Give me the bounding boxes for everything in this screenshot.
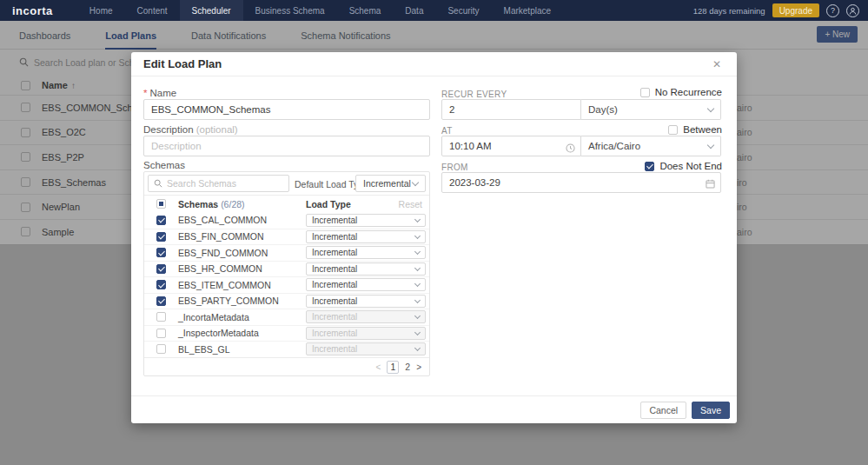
incorta-logo: incorta: [12, 4, 53, 17]
name-field-label: *Name: [143, 88, 176, 98]
schema-checkbox[interactable]: [156, 280, 166, 289]
schema-checkbox[interactable]: [156, 296, 166, 306]
schema-checkbox[interactable]: [156, 312, 166, 322]
schema-load-type-select[interactable]: Incremental: [306, 262, 426, 276]
timezone-select[interactable]: Africa/Cairo: [581, 136, 721, 156]
pagination-prev-icon[interactable]: <: [375, 362, 381, 372]
modal-footer: Cancel Save: [131, 395, 737, 423]
time-input[interactable]: [441, 136, 581, 156]
chevron-down-icon: [412, 178, 419, 185]
pagination-next-icon[interactable]: >: [416, 362, 421, 372]
pagination-page-1[interactable]: 1: [387, 361, 399, 374]
select-all-schemas-checkbox[interactable]: [156, 199, 166, 209]
topnav-item-content[interactable]: Content: [125, 0, 180, 21]
no-recurrence-checkbox[interactable]: [640, 88, 650, 97]
recur-every-group: Day(s): [441, 99, 721, 120]
edit-load-plan-modal: Edit Load Plan ✕ *Name Description (opti…: [131, 52, 737, 423]
schema-pagination: < 12 >: [144, 357, 429, 375]
schema-row: EBS_PARTY_COMMONIncremental: [144, 293, 429, 309]
description-input[interactable]: [143, 136, 430, 156]
schema-load-type-select[interactable]: Incremental: [306, 278, 426, 291]
schemas-section-label: Schemas: [143, 160, 185, 170]
topnav-item-data[interactable]: Data: [393, 0, 435, 21]
clock-icon: [566, 141, 575, 156]
schema-row: EBS_FND_COMMONIncremental: [144, 244, 429, 261]
chevron-down-icon: [414, 329, 421, 335]
schema-list-header: Schemas (6/28) Load Type Reset: [144, 196, 429, 212]
days-remaining-label: 128 days remaining: [693, 6, 765, 16]
schema-checkbox[interactable]: [156, 216, 166, 225]
does-not-end-label: Does Not End: [659, 161, 722, 171]
topnav-item-home[interactable]: Home: [77, 0, 125, 21]
schema-row: EBS_ITEM_COMMONIncremental: [144, 276, 429, 293]
schema-name: _IncortaMetadata: [178, 312, 249, 322]
topnav-right: 128 days remaining Upgrade ?: [693, 3, 868, 17]
between-checkbox[interactable]: [668, 125, 678, 135]
does-not-end-checkbox[interactable]: [645, 162, 654, 171]
schema-checkbox[interactable]: [156, 232, 166, 242]
from-date-input[interactable]: [441, 172, 721, 193]
schema-load-type-select[interactable]: Incremental: [306, 295, 426, 308]
schema-search-box: [148, 175, 289, 192]
no-recurrence-option[interactable]: No Recurrence: [640, 87, 722, 97]
schema-name: _InspectorMetadata: [178, 328, 259, 338]
recur-interval-input[interactable]: [441, 99, 581, 120]
pagination-page-2[interactable]: 2: [405, 362, 410, 372]
schema-row: EBS_HR_COMMONIncremental: [144, 261, 429, 277]
close-icon[interactable]: ✕: [709, 56, 725, 72]
does-not-end-option[interactable]: Does Not End: [645, 161, 722, 171]
topnav-item-security[interactable]: Security: [435, 0, 491, 21]
no-recurrence-label: No Recurrence: [655, 87, 722, 97]
at-label: AT: [441, 126, 453, 136]
help-icon[interactable]: ?: [826, 4, 839, 17]
schema-load-type-select[interactable]: Incremental: [306, 246, 426, 259]
default-load-type-select[interactable]: Incremental: [355, 175, 426, 192]
between-label: Between: [683, 124, 722, 135]
schema-load-type-select[interactable]: Incremental: [306, 327, 426, 340]
description-field-label: Description (optional): [143, 124, 238, 135]
schema-load-type-select[interactable]: Incremental: [306, 214, 426, 227]
schema-checkbox[interactable]: [156, 329, 166, 338]
search-icon: [154, 176, 162, 191]
upgrade-button[interactable]: Upgrade: [772, 3, 819, 17]
schema-row: _IncortaMetadataIncremental: [144, 309, 429, 325]
topnav-item-schema[interactable]: Schema: [337, 0, 394, 21]
schema-load-type-select[interactable]: Incremental: [306, 342, 426, 355]
topnav-item-scheduler[interactable]: Scheduler: [180, 0, 243, 21]
topnav-item-business-schema[interactable]: Business Schema: [243, 0, 337, 21]
save-button[interactable]: Save: [692, 402, 730, 419]
schemas-selected-count: (6/28): [221, 199, 244, 209]
name-input[interactable]: [143, 99, 430, 120]
chevron-down-icon: [414, 216, 421, 223]
chevron-down-icon: [414, 281, 421, 287]
topnav-items: HomeContentSchedulerBusiness SchemaSchem…: [77, 0, 563, 21]
topnav-item-marketplace[interactable]: Marketplace: [492, 0, 563, 21]
chevron-down-icon: [414, 313, 421, 319]
schema-checkbox[interactable]: [156, 344, 166, 354]
user-avatar-icon[interactable]: [846, 4, 859, 17]
schema-name: EBS_PARTY_COMMON: [178, 296, 279, 306]
optional-hint: (optional): [196, 124, 238, 135]
schema-name: EBS_ITEM_COMMON: [178, 280, 271, 290]
load-type-header-label: Load Type: [306, 199, 351, 209]
top-navigation: incorta HomeContentSchedulerBusiness Sch…: [0, 0, 868, 21]
modal-header: Edit Load Plan ✕: [131, 52, 737, 76]
schema-search-input[interactable]: [167, 178, 271, 189]
modal-title: Edit Load Plan: [143, 57, 222, 70]
schema-selection-panel: Default Load Type Incremental Schemas (6…: [143, 171, 430, 376]
schema-list: EBS_CAL_COMMONIncrementalEBS_FIN_COMMONI…: [144, 212, 429, 357]
cancel-button[interactable]: Cancel: [640, 402, 686, 419]
schemas-header-label: Schemas: [178, 199, 218, 209]
schema-name: EBS_FIN_COMMON: [178, 231, 264, 242]
between-option[interactable]: Between: [668, 124, 722, 135]
schema-row: _InspectorMetadataIncremental: [144, 325, 429, 342]
schema-load-type-select[interactable]: Incremental: [306, 230, 426, 243]
reset-link[interactable]: Reset: [399, 199, 422, 209]
chevron-down-icon: [414, 265, 421, 271]
recur-unit-select[interactable]: Day(s): [581, 99, 721, 120]
at-time-group: Africa/Cairo: [441, 136, 721, 156]
schema-checkbox[interactable]: [156, 248, 166, 257]
schema-checkbox[interactable]: [156, 264, 166, 274]
schema-name: EBS_CAL_COMMON: [178, 215, 267, 225]
schema-load-type-select[interactable]: Incremental: [306, 310, 426, 323]
